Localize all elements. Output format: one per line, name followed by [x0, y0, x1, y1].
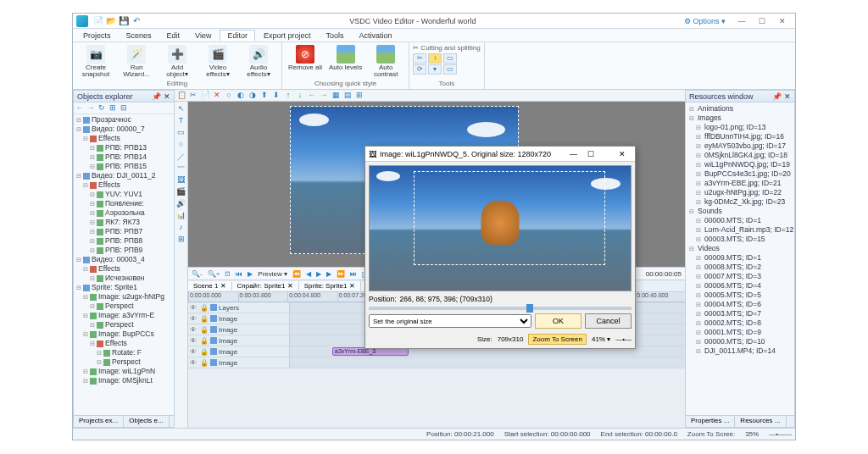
tree-item[interactable]: ⊟eyMAY503vbo.jpg; ID=17: [687, 141, 793, 151]
tool-icon[interactable]: ↕: [428, 53, 442, 64]
ribbon-remove-all[interactable]: ⊘Remove all: [286, 44, 325, 72]
tree-item[interactable]: ⊟Animations: [687, 104, 793, 114]
menu-scenes[interactable]: Scenes: [120, 30, 159, 41]
vtool-icon[interactable]: 〰: [175, 163, 186, 174]
minimize-button[interactable]: —: [732, 15, 751, 27]
menu-projects[interactable]: Projects: [76, 30, 118, 41]
tab[interactable]: Projects ex...: [74, 416, 124, 427]
tree-item[interactable]: ⊟Видео: DJI_0011_2: [75, 171, 173, 180]
tree-item[interactable]: ⊟Videos: [687, 244, 793, 253]
tb-icon[interactable]: ⊞: [108, 103, 118, 114]
tree-item[interactable]: ⊟00004.MTS; ID=6: [687, 300, 793, 309]
tool-icon[interactable]: ◐: [236, 91, 246, 101]
tree-item[interactable]: ⊟Прозрачнос: [75, 115, 173, 125]
play-icon[interactable]: ▶: [314, 270, 323, 278]
tree-item[interactable]: ⊟DJI_0011.MP4; ID=14: [687, 346, 793, 356]
tree-item[interactable]: ⊟РПВ: РПВ9: [75, 246, 173, 255]
tree-item[interactable]: ⊟Lorn-Acid_Rain.mp3; ID=12: [687, 225, 793, 235]
close-button[interactable]: ✕: [773, 15, 792, 27]
zoom-out-icon[interactable]: 🔍-: [190, 270, 204, 278]
vtool-icon[interactable]: ⊞: [175, 234, 186, 245]
tab[interactable]: Resources ...: [735, 416, 786, 427]
tree-item[interactable]: ⊟РПВ: РПВ15: [75, 162, 173, 171]
tool-icon[interactable]: 📋: [176, 91, 186, 101]
resources-tree[interactable]: ⊟Animations⊟Images⊟logo-01.png; ID=13⊟ff…: [686, 102, 794, 415]
tool-icon[interactable]: ✂: [188, 91, 198, 101]
tab[interactable]: Properties ...: [686, 416, 735, 427]
tool-icon[interactable]: ⬆: [259, 91, 270, 101]
tree-item[interactable]: ⊟Perspect: [75, 357, 173, 367]
qat-save-icon[interactable]: 💾: [119, 16, 129, 26]
prev-frame-icon[interactable]: ◀: [304, 270, 313, 278]
tree-item[interactable]: ⊟Появление:: [75, 199, 173, 208]
tree-item[interactable]: ⊟fffDBUnnTIH4.jpg; ID=16: [687, 132, 793, 141]
crop-selection[interactable]: [414, 171, 605, 265]
tree-item[interactable]: ⊟РПВ: РПВ14: [75, 152, 173, 162]
tool-icon[interactable]: 📄: [200, 91, 210, 101]
arrow-up-icon[interactable]: ↑: [283, 91, 293, 101]
tool-icon[interactable]: ○: [224, 91, 234, 101]
ribbon-add-object-[interactable]: ➕Add object▾: [158, 44, 197, 79]
tree-item[interactable]: ⊟Видео: 00000_7: [75, 125, 173, 134]
panel-pin-icon[interactable]: 📌 ✕: [152, 92, 170, 101]
ribbon-run-wizard-[interactable]: 🪄Run Wizard...: [117, 44, 156, 79]
tree-item[interactable]: ⊟00006.MTS; ID=4: [687, 281, 793, 291]
tab[interactable]: Sprite: Sprite1 ✕: [299, 281, 361, 291]
tree-item[interactable]: ⊟Исчезновен: [75, 274, 173, 283]
tree-item[interactable]: ⊟Аэрозольна: [75, 208, 173, 218]
ok-button[interactable]: OK: [535, 313, 581, 329]
zoom-to-screen-button[interactable]: Zoom To Screen: [528, 334, 587, 345]
tree-item[interactable]: ⊟Image: a3vYrm-E: [75, 311, 173, 320]
track-header[interactable]: 👁🔒Image: [188, 313, 290, 324]
track-header[interactable]: 👁🔒Image: [188, 324, 290, 335]
tree-item[interactable]: ⊟0MSjknLl8GK4.jpg; ID=18: [687, 151, 793, 160]
track-header[interactable]: 👁🔒Image: [188, 357, 290, 368]
tree-item[interactable]: ⊟00009.MTS; ID=1: [687, 253, 793, 263]
track-header[interactable]: 👁🔒Layers: [188, 302, 290, 313]
tree-item[interactable]: ⊟u2ugx-hNtPg.jpg; ID=22: [687, 188, 793, 197]
vtool-icon[interactable]: 🎬: [175, 186, 186, 197]
tree-item[interactable]: ⊟Effects: [75, 180, 173, 190]
arrow-down-icon[interactable]: ↓: [295, 91, 305, 101]
tree-item[interactable]: ⊟00003.MTS; ID=15: [687, 235, 793, 244]
tool-icon[interactable]: ⬇: [271, 91, 281, 101]
track-header[interactable]: 👁🔒Image: [188, 346, 290, 357]
options-menu[interactable]: ⚙ Options ▾: [684, 17, 726, 25]
dialog-maximize-icon[interactable]: ☐: [582, 150, 599, 158]
ribbon-video-effects-[interactable]: 🎬Video effects▾: [198, 44, 237, 79]
arrow-left-icon[interactable]: ←: [307, 91, 317, 101]
play-icon[interactable]: ▶: [246, 270, 254, 278]
qat-undo-icon[interactable]: ↶: [131, 16, 142, 26]
maximize-button[interactable]: ☐: [753, 15, 771, 27]
tb-icon[interactable]: ←: [75, 103, 85, 114]
tree-item[interactable]: ⊟Effects: [75, 264, 173, 274]
tool-icon[interactable]: ▭: [443, 53, 457, 64]
tree-item[interactable]: ⊟BupPCCs4e3c1.jpg; ID=20: [687, 169, 793, 179]
tool-icon[interactable]: ▤: [342, 91, 353, 101]
tree-item[interactable]: ⊟wiL1gPnNWDQ.jpg; ID=19: [687, 160, 793, 169]
menu-activation[interactable]: Activation: [352, 30, 398, 41]
tree-item[interactable]: ⊟Image: wiL1gPnN: [75, 367, 173, 376]
vtool-icon[interactable]: ／: [175, 151, 186, 162]
zoom-value[interactable]: 41% ▾: [592, 335, 610, 343]
ribbon-create-snapshot[interactable]: 📷Create snapshot: [76, 44, 115, 79]
vtool-icon[interactable]: ↖: [175, 103, 186, 114]
tree-item[interactable]: ⊟Видео: 00003_4: [75, 255, 173, 264]
tree-item[interactable]: ⊟00003.MTS; ID=7: [687, 309, 793, 318]
qat-new-icon[interactable]: 📄: [93, 16, 103, 26]
tool-icon[interactable]: ▦: [331, 91, 341, 101]
delete-icon[interactable]: ✕: [212, 91, 222, 101]
tree-item[interactable]: ⊟РПВ: РПВ13: [75, 143, 173, 152]
qat-open-icon[interactable]: 📂: [106, 16, 116, 26]
ribbon-auto-levels[interactable]: Auto levels: [326, 44, 364, 72]
tree-item[interactable]: ⊟Images: [687, 114, 793, 123]
end-icon[interactable]: ⏭: [348, 270, 359, 278]
tree-item[interactable]: ⊟00002.MTS; ID=8: [687, 318, 793, 328]
tree-item[interactable]: ⊟Image: 0MSjknLt: [75, 376, 173, 385]
skip-fwd-icon[interactable]: ⏩: [335, 270, 347, 278]
dialog-close-icon[interactable]: ✕: [613, 150, 632, 158]
vtool-icon[interactable]: 🔊: [175, 198, 186, 209]
next-frame-icon[interactable]: ▶: [325, 270, 333, 278]
ribbon-auto-contrast[interactable]: Auto contrast: [366, 44, 405, 79]
tool-icon[interactable]: ▾: [428, 64, 442, 75]
